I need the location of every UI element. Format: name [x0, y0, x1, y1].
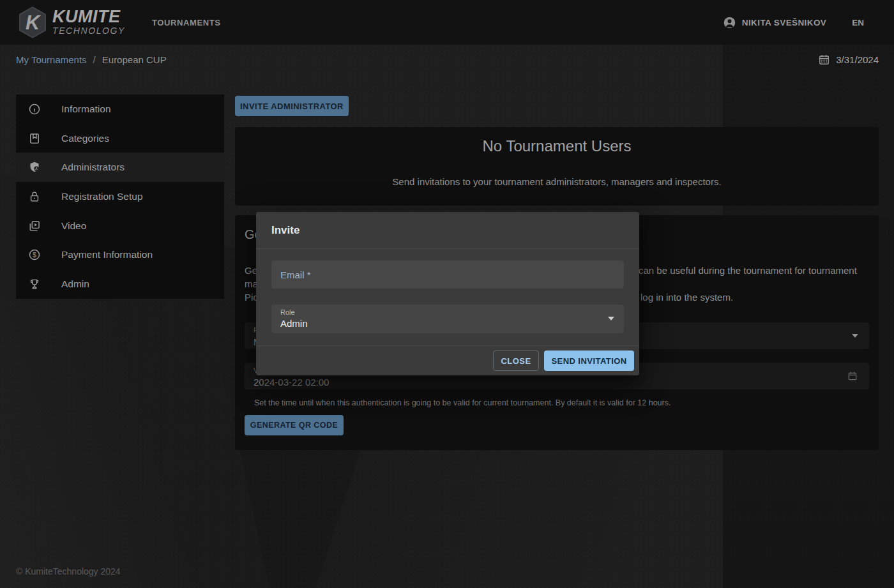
email-field[interactable] [271, 260, 624, 289]
role-select[interactable]: Role Admin [271, 305, 624, 333]
send-invitation-button[interactable]: SEND INVITATION [544, 351, 634, 371]
chevron-down-icon [608, 317, 614, 320]
invite-modal-title: Invite [271, 224, 299, 237]
invite-modal-header: Invite [256, 212, 639, 249]
invite-modal: Invite Role Admin CLOSE SEND INVITATION [256, 212, 639, 375]
role-select-value: Admin [280, 318, 308, 329]
app-root: K KUMITE TECHNOLOGY TOURNAMENTS NI [0, 0, 894, 588]
role-select-label: Role [280, 308, 295, 316]
invite-modal-footer: CLOSE SEND INVITATION [256, 345, 639, 375]
close-button[interactable]: CLOSE [493, 351, 539, 371]
